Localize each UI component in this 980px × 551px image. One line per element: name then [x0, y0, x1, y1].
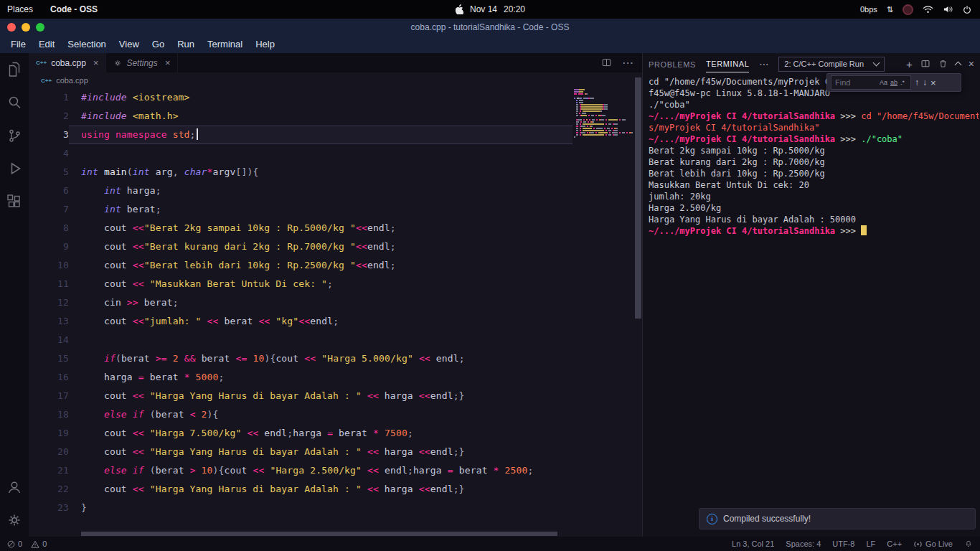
accounts-icon[interactable] [0, 471, 29, 504]
code-line[interactable]: 5int main(int arg, char*argv[]){ [29, 163, 574, 182]
code-line[interactable]: 7 int berat; [29, 200, 574, 219]
terminal-output[interactable]: cd "/home/f45w/Documents/myProjek CIf45w… [649, 76, 979, 508]
status-warnings[interactable]: 0 [31, 540, 47, 548]
search-icon[interactable] [0, 86, 29, 119]
window-close-button[interactable] [7, 23, 16, 32]
new-terminal-icon[interactable]: + [906, 59, 913, 70]
tab-terminal[interactable]: TERMINAL [706, 55, 749, 72]
code-line[interactable]: 19 cout << "Harga 7.500/kg" << endl;harg… [29, 424, 574, 443]
code-line[interactable]: 18 else if (berat < 2){ [29, 405, 574, 424]
tab-problems[interactable]: PROBLEMS [649, 56, 696, 72]
vertical-scrollbar[interactable] [635, 77, 641, 319]
apple-icon[interactable] [455, 4, 463, 14]
code-line[interactable]: 2#include <math.h> [29, 107, 574, 126]
menu-file[interactable]: File [4, 36, 32, 53]
code-line[interactable]: 15 if(berat >= 2 && berat <= 10){cout <<… [29, 349, 574, 368]
indentation[interactable]: Spaces: 4 [786, 540, 821, 548]
warning-icon [31, 540, 39, 548]
settings-gear-icon[interactable] [0, 504, 29, 537]
find-input[interactable] [834, 77, 878, 88]
system-bar: Places Code - OSS Nov 14 20:20 0bps ⇅ [0, 0, 980, 19]
explorer-icon[interactable] [0, 53, 29, 86]
extensions-icon[interactable] [0, 185, 29, 218]
notification-toast[interactable]: i Compiled successfully! [699, 508, 976, 529]
close-tab-icon[interactable]: × [165, 57, 171, 68]
menu-terminal[interactable]: Terminal [201, 36, 249, 53]
clock-time[interactable]: 20:20 [504, 4, 525, 14]
terminal-selector[interactable]: 2: C/C++ Compile Run [778, 57, 885, 72]
regex-toggle[interactable]: .* [899, 79, 906, 86]
network-arrows-icon[interactable]: ⇅ [887, 5, 893, 14]
source-control-icon[interactable] [0, 119, 29, 152]
code-line[interactable]: 3using namespace std; [29, 126, 574, 144]
code-area[interactable]: 1#include <iostream>2#include <math.h>3u… [29, 88, 574, 537]
find-next-icon[interactable]: ↓ [923, 77, 927, 88]
code-line[interactable]: 1#include <iostream> [29, 88, 574, 107]
code-line[interactable]: 23} [29, 499, 574, 517]
language-mode[interactable]: C++ [887, 540, 902, 548]
code-line[interactable]: 12 cin >> berat; [29, 293, 574, 312]
code-text: harga = berat * 5000; [81, 368, 225, 387]
breadcrumb-file[interactable]: coba.cpp [56, 76, 88, 85]
volume-icon[interactable] [943, 5, 953, 14]
code-line[interactable]: 4 [29, 144, 574, 163]
code-line[interactable]: 6 int harga; [29, 182, 574, 200]
terminal-line: Harga Yang Harus di bayar Adalah : 50000 [649, 214, 979, 225]
window-minimize-button[interactable] [22, 23, 30, 32]
split-editor-icon[interactable] [601, 57, 612, 68]
code-line[interactable]: 20 cout << "Harga Yang Harus di bayar Ad… [29, 443, 574, 461]
breadcrumb[interactable]: C++ coba.cpp [29, 72, 642, 88]
tab-coba-cpp[interactable]: C++ coba.cpp × [29, 53, 106, 72]
panel-more-tabs-icon[interactable]: ⋯ [759, 59, 768, 70]
menu-help[interactable]: Help [249, 36, 281, 53]
encoding[interactable]: UTF-8 [832, 540, 854, 548]
go-live-button[interactable]: Go Live [913, 540, 953, 548]
network-speed[interactable]: 0bps [860, 5, 877, 14]
kill-terminal-icon[interactable] [938, 59, 948, 69]
menu-selection[interactable]: Selection [61, 36, 112, 53]
code-line[interactable]: 17 cout << "Harga Yang Harus di bayar Ad… [29, 387, 574, 405]
maximize-panel-icon[interactable] [954, 62, 961, 69]
find-previous-icon[interactable]: ↑ [915, 77, 919, 88]
code-line[interactable]: 13 cout <<"jumlah: " << berat << "kg"<<e… [29, 312, 574, 331]
app-menu[interactable]: Code - OSS [50, 4, 98, 14]
menu-go[interactable]: Go [146, 36, 171, 53]
code-line[interactable]: 11 cout << "Masukkan Berat Untuk Di cek:… [29, 275, 574, 293]
code-line[interactable]: 21 else if (berat > 10){cout << "Harga 2… [29, 461, 574, 480]
notifications-bell-icon[interactable] [964, 540, 973, 549]
code-text: if(berat >= 2 && berat <= 10){cout << "H… [81, 349, 465, 368]
code-line[interactable]: 22 cout << "Harga Yang Harus di bayar Ad… [29, 480, 574, 499]
clock-date[interactable]: Nov 14 [470, 4, 497, 14]
close-find-icon[interactable]: × [930, 77, 936, 88]
tab-settings[interactable]: Settings × [106, 53, 178, 72]
horizontal-scrollbar[interactable] [81, 532, 557, 536]
code-text: cout <<"Berat lebih dari 10kg : Rp.2500/… [81, 256, 396, 275]
close-tab-icon[interactable]: × [93, 57, 99, 68]
power-icon[interactable] [963, 5, 971, 14]
minimap[interactable] [574, 89, 633, 138]
code-line[interactable]: 9 cout <<"Berat kurang dari 2kg : Rp.700… [29, 237, 574, 256]
code-line[interactable]: 16 harga = berat * 5000; [29, 368, 574, 387]
screen-record-icon[interactable] [903, 4, 913, 15]
close-panel-icon[interactable]: × [969, 58, 974, 70]
menu-view[interactable]: View [113, 36, 146, 53]
match-case-toggle[interactable]: Aa [878, 79, 889, 86]
code-line[interactable]: 14 [29, 331, 574, 349]
places-menu[interactable]: Places [7, 4, 33, 14]
code-text: } [81, 499, 87, 517]
wifi-icon[interactable] [923, 5, 933, 14]
menu-run[interactable]: Run [171, 36, 201, 53]
terminal-cursor [861, 225, 867, 235]
split-terminal-icon[interactable] [920, 59, 930, 69]
cursor-position[interactable]: Ln 3, Col 21 [732, 540, 774, 548]
eol-sequence[interactable]: LF [866, 540, 875, 548]
menu-edit[interactable]: Edit [32, 36, 61, 53]
status-errors[interactable]: 0 [7, 540, 22, 548]
whole-word-toggle[interactable]: ab [889, 79, 899, 86]
code-line[interactable]: 8 cout <<"Berat 2kg sampai 10kg : Rp.500… [29, 219, 574, 237]
editor-more-actions-icon[interactable]: ⋯ [622, 56, 633, 70]
code-line[interactable]: 10 cout <<"Berat lebih dari 10kg : Rp.25… [29, 256, 574, 275]
line-number: 17 [29, 387, 69, 405]
window-maximize-button[interactable] [36, 23, 44, 32]
run-debug-icon[interactable] [0, 152, 29, 185]
